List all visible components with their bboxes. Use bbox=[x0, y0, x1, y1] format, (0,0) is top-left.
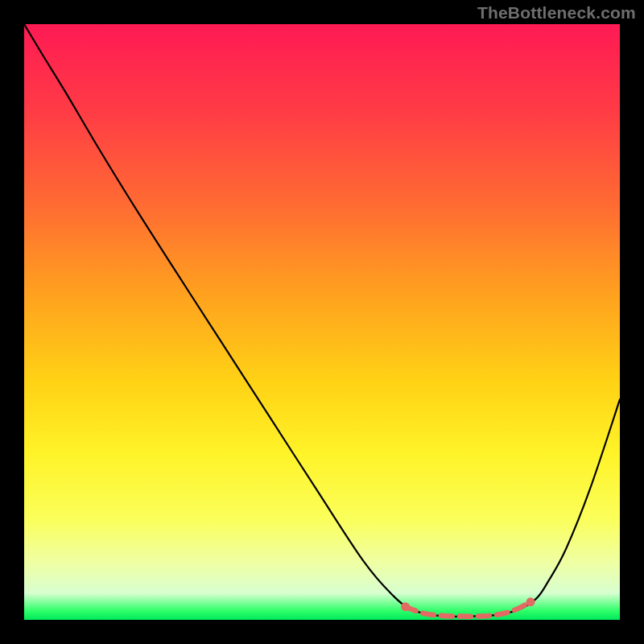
watermark-text: TheBottleneck.com bbox=[477, 3, 636, 23]
bottleneck-curve-chart bbox=[24, 24, 620, 620]
highlight-endpoint-dot bbox=[401, 602, 410, 611]
highlight-endpoint-dot bbox=[526, 597, 535, 606]
chart-container bbox=[24, 24, 620, 620]
gradient-background bbox=[24, 24, 620, 620]
